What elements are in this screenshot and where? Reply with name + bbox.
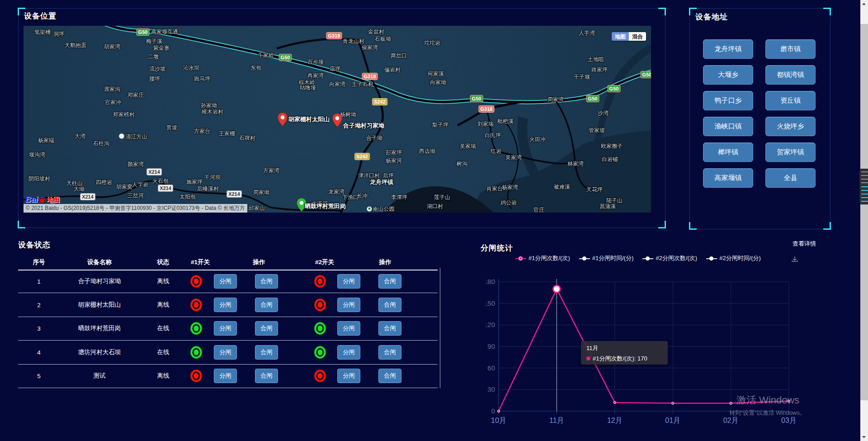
- address-button[interactable]: 火烧坪乡: [765, 117, 816, 136]
- address-button[interactable]: 都镇湾镇: [765, 65, 816, 85]
- address-button[interactable]: 贺家坪镇: [765, 142, 816, 162]
- baidu-paw-icon: [38, 196, 46, 204]
- status-table-header: 序号设备名称状态#1开关操作#2开关操作: [18, 256, 438, 270]
- map-place-label: 被难溪: [554, 183, 570, 191]
- road-shield-x214: X214: [146, 168, 162, 175]
- road-shield-g50: G50: [608, 85, 621, 92]
- road-shield-g318: G318: [362, 73, 378, 80]
- baidu-map[interactable]: 笔架槽洞坪天鹅抱蛋胡家湾高家堰互通梅子溪紫金寨二墩流沙坡沁水坝腰坪跑马坪渡家沟邓…: [24, 26, 651, 213]
- legend-item[interactable]: #1分闸时间/(分): [579, 254, 634, 262]
- close-switch1-button[interactable]: 合闸: [255, 369, 278, 383]
- address-button[interactable]: 大堰乡: [703, 65, 753, 85]
- device-status: 离线: [157, 372, 170, 380]
- map-place-label: 何家溪: [428, 70, 444, 78]
- road-shield-g50: G50: [586, 95, 599, 102]
- open-switch2-button[interactable]: 分闸: [337, 274, 360, 289]
- tooltip-value: #1分闸次数/(次): 170: [593, 355, 647, 362]
- address-button[interactable]: 高家堰镇: [703, 168, 753, 188]
- map-pin-icon[interactable]: [332, 114, 342, 127]
- map-place-label: 西边坳: [419, 147, 435, 155]
- legend-item[interactable]: #2分闸次数/(次): [642, 254, 697, 262]
- open-switch1-button[interactable]: 分闸: [214, 298, 237, 312]
- close-switch2-button[interactable]: 合闸: [378, 321, 401, 336]
- chart-panel-title: 分闸统计: [481, 243, 513, 253]
- legend-item[interactable]: #2分闸时间/(分): [706, 254, 761, 262]
- close-switch2-button[interactable]: 合闸: [378, 345, 401, 360]
- switch2-indicator: [315, 299, 326, 311]
- map-place-label: 枇杷溪: [497, 118, 514, 125]
- column-header: 操作: [379, 258, 392, 266]
- map-place-label: 林家湾: [567, 160, 584, 168]
- open-switch1-button[interactable]: 分闸: [214, 369, 237, 383]
- open-switch1-button[interactable]: 分闸: [214, 321, 237, 336]
- address-button[interactable]: 龙舟坪镇: [703, 39, 753, 59]
- close-switch1-button[interactable]: 合闸: [255, 321, 278, 336]
- svg-text:30: 30: [487, 385, 495, 393]
- scrollbar-thumb[interactable]: [860, 24, 868, 400]
- map-layer-toggle[interactable]: 地图 混合: [612, 32, 646, 41]
- svg-text:11月: 11月: [549, 417, 564, 424]
- map-place-label: 干河坝: [204, 174, 221, 181]
- close-switch1-button[interactable]: 合闸: [255, 345, 278, 360]
- address-button[interactable]: 鸭子口乡: [703, 91, 753, 110]
- switch1-indicator: [191, 370, 202, 382]
- map-place-label: 干子堰: [574, 73, 590, 81]
- svg-text:180: 180: [486, 278, 495, 285]
- map-place-label: 梨子坪: [432, 121, 448, 129]
- corner-bracket: [658, 221, 666, 228]
- table-row: 4塘坊河村大石坝在线分闸合闸分闸合闸: [18, 341, 438, 364]
- map-place-label: 向家坳: [430, 79, 446, 86]
- close-switch2-button[interactable]: 合闸: [378, 369, 401, 383]
- view-details-link[interactable]: 查看详情: [793, 240, 816, 248]
- map-place-label: 偏岩村: [384, 66, 401, 74]
- address-button[interactable]: 磨市镇: [765, 39, 816, 59]
- column-header: 设备名称: [87, 258, 112, 266]
- map-place-label: 火田冲: [529, 136, 546, 143]
- scroll-indicator-widget[interactable]: [859, 169, 868, 204]
- map-place-label: 方家湾: [263, 167, 279, 175]
- map-pin-label: 胡家棚村太阳山: [288, 115, 330, 123]
- download-icon[interactable]: [791, 256, 798, 263]
- open-switch2-button[interactable]: 分闸: [337, 321, 360, 336]
- open-switch2-button[interactable]: 分闸: [337, 298, 360, 312]
- row-index: 3: [37, 325, 41, 332]
- close-switch1-button[interactable]: 合闸: [255, 298, 278, 312]
- map-layer-option-map[interactable]: 地图: [612, 32, 629, 41]
- legend-marker-icon: [642, 256, 653, 261]
- vertical-scrollbar[interactable]: [860, 0, 868, 441]
- address-button[interactable]: 渔峡口镇: [703, 117, 753, 136]
- road-shield-g318: G318: [479, 105, 495, 113]
- corner-bracket: [18, 221, 25, 228]
- map-place-label: 东包: [250, 64, 261, 72]
- map-attribution: © 2021 Baidu - GS(2019)5218号 - 甲测资字11009…: [24, 204, 247, 213]
- row-index: 2: [37, 302, 41, 308]
- scrollbar-down-arrow-icon[interactable]: [862, 436, 866, 438]
- open-switch2-button[interactable]: 分闸: [337, 345, 360, 360]
- road-shield-s242: S242: [354, 153, 370, 160]
- address-button[interactable]: 榔坪镇: [703, 142, 753, 162]
- legend-item[interactable]: #1分闸次数/(次): [515, 254, 570, 262]
- switch2-indicator: [315, 346, 326, 358]
- open-switch2-button[interactable]: 分闸: [337, 369, 360, 383]
- address-button[interactable]: 全县: [765, 168, 816, 188]
- map-pin-icon[interactable]: [278, 113, 288, 126]
- close-switch2-button[interactable]: 合闸: [378, 298, 401, 312]
- map-place-label: 高家堰互通: [151, 28, 178, 36]
- map-place-label: 千家岭: [258, 52, 274, 59]
- device-status: 离线: [157, 301, 170, 309]
- column-header: #1开关: [191, 258, 210, 266]
- open-switch1-button[interactable]: 分闸: [214, 345, 237, 360]
- close-switch2-button[interactable]: 合闸: [378, 274, 401, 289]
- address-button[interactable]: 资丘镇: [765, 91, 816, 110]
- svg-text:120: 120: [486, 321, 495, 328]
- open-switch1-button[interactable]: 分闸: [214, 274, 237, 289]
- device-status: 在线: [157, 324, 170, 332]
- map-place-label: 后峰溪村: [197, 185, 219, 193]
- legend-label: #2分闸时间/(分): [719, 254, 761, 262]
- map-place-label: 四橙岩: [96, 179, 112, 186]
- section-divider: [440, 268, 440, 388]
- map-place-label: 长冲: [357, 192, 368, 200]
- close-switch1-button[interactable]: 合闸: [255, 274, 278, 289]
- map-layer-option-hybrid[interactable]: 混合: [629, 32, 646, 41]
- scrollbar-up-arrow-icon[interactable]: [862, 3, 866, 5]
